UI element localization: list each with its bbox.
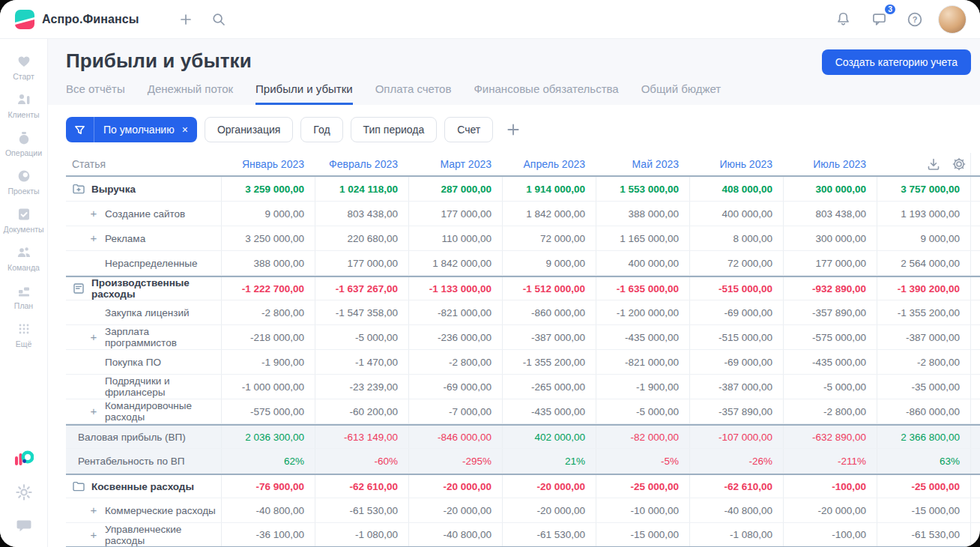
settings-icon[interactable] (952, 157, 966, 171)
cell-value: -860 000,00 (877, 399, 970, 423)
bell-icon[interactable] (830, 7, 856, 32)
tab-4[interactable]: Финансовые обязательства (474, 82, 618, 105)
sidebar-item-team[interactable]: Команда (1, 239, 46, 277)
folder-plus-icon[interactable] (72, 182, 85, 196)
add-filter-button[interactable] (505, 121, 521, 138)
expand-plus-icon[interactable]: + (88, 233, 99, 244)
expand-plus-icon[interactable]: + (88, 406, 99, 417)
column-header-month-6[interactable]: Июль 2023 (783, 153, 877, 175)
filter-remove-icon[interactable]: × (181, 124, 197, 136)
funnel-icon (66, 117, 94, 142)
sidebar-item-clients[interactable]: Клиенты (1, 86, 46, 124)
cell-value: -36 100,00 (221, 523, 315, 546)
cell-value: -26% (689, 449, 783, 473)
sidebar-item-plan[interactable]: План (1, 277, 46, 315)
folder-icon[interactable] (72, 480, 85, 493)
column-header-month-1[interactable]: Февраль 2023 (315, 153, 408, 175)
column-header-month-4[interactable]: Май 2023 (596, 153, 689, 175)
cell-value: 1 165 000,00 (596, 226, 689, 250)
cell-value: -1 900,00 (596, 375, 689, 399)
quick-create-button[interactable] (173, 7, 199, 32)
column-header-month-3[interactable]: Апрель 2023 (502, 153, 596, 175)
start-icon (16, 53, 32, 70)
row-label[interactable]: Производственные расходы (66, 277, 221, 300)
cell-value: -821 000,00 (408, 300, 502, 324)
tab-0[interactable]: Все отчёты (66, 82, 125, 105)
cell-value: -25 000,00 (877, 475, 970, 498)
cell-value: -1 512 000,00 (502, 277, 596, 300)
cell-value: -265 000,00 (502, 375, 596, 399)
cell-value: -435 000,00 (502, 399, 596, 423)
table-row: Покупка ПО-1 900,00-1 470,00-2 800,00-1 … (66, 350, 980, 375)
sidebar-item-more[interactable]: Ещё (1, 315, 46, 354)
team-icon (16, 244, 32, 261)
filter-chip-1[interactable]: Год (300, 117, 342, 142)
sidebar-item-start[interactable]: Старт (1, 48, 46, 86)
cell-value: 62% (221, 449, 315, 473)
cell-value: -2 800,00 (877, 350, 970, 374)
expand-plus-icon[interactable]: + (88, 208, 99, 219)
cell-value: -62 610,00 (689, 475, 783, 498)
create-category-button[interactable]: Создать категорию учета (822, 49, 971, 75)
row-label[interactable]: Покупка ПО (66, 350, 221, 374)
search-icon[interactable] (206, 7, 232, 32)
column-header-month-2[interactable]: Март 2023 (408, 153, 502, 175)
sidebar-item-projects[interactable]: Проекты (1, 163, 46, 201)
feedback-icon[interactable] (16, 517, 32, 534)
cell-value: -5 000,00 (315, 325, 408, 349)
cell-value: -61 530,00 (315, 498, 408, 522)
doc-lines-icon[interactable] (72, 282, 85, 295)
row-label[interactable]: +Управленческие расходы (66, 523, 221, 546)
gear-icon[interactable] (16, 484, 32, 501)
sidebar-item-documents[interactable]: Документы (1, 201, 46, 239)
tab-1[interactable]: Денежный поток (148, 82, 233, 105)
row-label[interactable]: +Командировочные расходы (66, 399, 221, 423)
column-header-month-5[interactable]: Июнь 2023 (689, 153, 783, 175)
product-logo[interactable] (14, 450, 34, 468)
row-label[interactable]: Подрядчики и фрилансеры (66, 375, 221, 399)
cell-value: -357 890,00 (783, 300, 877, 324)
filter-default-pill[interactable]: По умолчанию × (66, 117, 197, 142)
cell-value: 1 024 118,00 (315, 177, 408, 201)
sidebar-item-operations[interactable]: Операции (1, 124, 46, 163)
table-row: +Командировочные расходы-575 000,00-60 2… (66, 399, 980, 424)
cell-value: 400 000,00 (689, 202, 783, 226)
row-label[interactable]: Косвенные расходы (66, 475, 221, 498)
cell-value: -1 390 200,00 (877, 277, 970, 300)
cell-value: -1 080,00 (689, 523, 783, 546)
cell-value: 110 000,00 (408, 226, 502, 250)
cell-value: 1 914 000,00 (502, 177, 596, 201)
cell-value: -1 355 200,00 (877, 300, 970, 324)
cell-value: -2 800,00 (408, 350, 502, 374)
row-label[interactable]: Нераспределенные (66, 251, 221, 275)
expand-plus-icon[interactable]: + (88, 332, 99, 342)
cell-value: 21% (502, 449, 596, 473)
filter-chip-0[interactable]: Организация (205, 117, 293, 142)
tab-5[interactable]: Общий бюджет (641, 82, 722, 105)
avatar[interactable] (938, 5, 967, 34)
filter-bar: По умолчанию × ОрганизацияГодТип периода… (48, 105, 980, 153)
row-label[interactable]: Закупка лицензий (66, 300, 221, 324)
svg-text:?: ? (913, 14, 918, 23)
clients-icon (16, 91, 32, 108)
row-label[interactable]: Выручка (66, 177, 221, 201)
expand-plus-icon[interactable]: + (88, 505, 99, 516)
column-header-month-0[interactable]: Январь 2023 (221, 153, 315, 175)
cell-value: -60% (315, 449, 408, 473)
row-label[interactable]: +Создание сайтов (66, 202, 221, 226)
cell-value: -20 000,00 (408, 498, 502, 522)
row-label[interactable]: +Коммерческие расходы (66, 498, 221, 522)
table-row: Нераспределенные388 000,00177 000,001 84… (66, 251, 980, 276)
download-icon[interactable] (927, 157, 940, 171)
row-label[interactable]: +Зарплата программистов (66, 325, 221, 349)
tab-2[interactable]: Прибыли и убытки (255, 82, 353, 105)
cell-value: 803 438,00 (315, 202, 408, 226)
cell-value: -435 000,00 (783, 350, 877, 374)
tab-3[interactable]: Оплата счетов (375, 82, 452, 105)
expand-plus-icon[interactable]: + (88, 530, 99, 540)
row-label[interactable]: +Реклама (66, 226, 221, 250)
filter-chip-2[interactable]: Тип периода (351, 117, 438, 142)
cell-value: 2 564 000,00 (877, 251, 970, 275)
filter-chip-3[interactable]: Счет (444, 117, 493, 142)
help-icon[interactable]: ? (902, 7, 928, 32)
